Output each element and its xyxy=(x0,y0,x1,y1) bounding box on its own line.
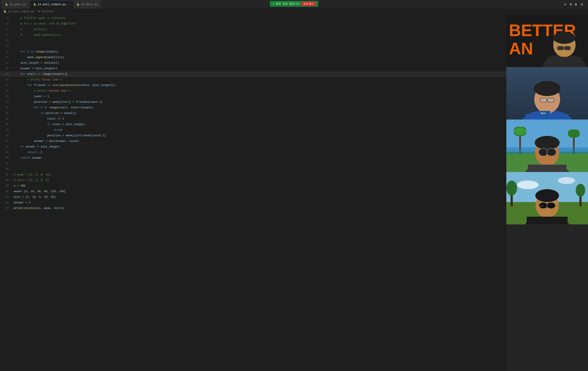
line-num-27: 27 xyxy=(0,116,12,122)
run-icon[interactable]: ▶ xyxy=(575,2,578,6)
line-content-23: count = 1 xyxy=(12,94,506,99)
line-content-28: if count > dist_length: xyxy=(12,122,506,127)
code-line-43: 43 print(solution(n, weak, dist)) xyxy=(0,205,506,211)
video-panel-3 xyxy=(506,119,588,172)
screen-share-text: 화면 공유 중입니다 xyxy=(276,2,299,6)
video-panel-4 xyxy=(506,172,588,224)
line-num-26: 26 xyxy=(0,110,12,116)
line-content-15: for i in range(length): xyxy=(12,49,506,55)
video-1-svg: BETTER AN xyxy=(506,15,588,67)
tab-close-button[interactable]: ✕ xyxy=(68,3,70,6)
code-line-29: 29 break xyxy=(0,127,506,133)
screen-share-banner: ● 화면 공유 중입니다 공유 중지 xyxy=(270,1,318,7)
line-content-11: # print(i) xyxy=(12,27,506,32)
line-content-33: return -1 xyxy=(12,150,506,155)
line-num-14: 14 xyxy=(0,43,12,49)
svg-point-55 xyxy=(535,189,559,202)
line-num-20: 20 xyxy=(0,77,12,83)
code-line-11: 11 # print(i) xyxy=(0,27,506,32)
breadcrumb-file[interactable]: 14_wall_simple.py xyxy=(8,10,34,13)
line-num-31: 31 xyxy=(0,138,12,144)
breadcrumb-sep: > xyxy=(35,10,37,13)
svg-point-41 xyxy=(547,148,556,156)
line-content-43: print(solution(n, weak, dist)) xyxy=(12,205,506,211)
line-num-23: 23 xyxy=(0,94,12,99)
svg-rect-25 xyxy=(526,114,569,119)
line-num-30: 30 xyxy=(0,133,12,138)
code-line-39: 39 n = 200 xyxy=(0,183,506,189)
line-num-43: 43 xyxy=(0,205,12,211)
code-line-19: 19 for start in range(length): xyxy=(0,71,506,77)
svg-rect-9 xyxy=(558,47,563,50)
line-content-27: count += 1 xyxy=(12,116,506,122)
line-content-25: for i in range(start, start+length): xyxy=(12,105,506,110)
tab-label-3: 43_dark.py xyxy=(81,3,98,6)
svg-point-46 xyxy=(558,177,575,184)
stop-share-button[interactable]: 공유 중지 xyxy=(301,2,316,6)
code-line-36: 36 xyxy=(0,166,506,172)
line-num-13: 13 xyxy=(0,38,12,43)
code-line-20: 20 # print('first iter') xyxy=(0,77,506,83)
remote-explorer-icon[interactable]: ⇌ xyxy=(564,2,566,6)
line-num-19: 19 xyxy=(0,71,12,77)
line-content-26: if position < weak[i]: xyxy=(12,110,506,116)
python-icon-3: 🐍 xyxy=(77,3,80,6)
code-line-42: 42 answer = 3 xyxy=(0,200,506,205)
svg-point-51 xyxy=(576,184,585,197)
line-num-40: 40 xyxy=(0,189,12,194)
tab-14-wall[interactable]: 🐍 14_wall_simple.py ✕ xyxy=(30,0,73,9)
line-content-39: n = 200 xyxy=(12,183,506,189)
tab-43-dark[interactable]: 🐍 43_dark.py xyxy=(73,0,101,9)
code-line-34: 34 return answer xyxy=(0,155,506,161)
line-num-15: 15 xyxy=(0,49,12,55)
code-line-16: 16 weak.append(weak[i]+n) xyxy=(0,55,506,60)
line-num-21: 21 xyxy=(0,83,12,88)
python-icon-2: 🐍 xyxy=(33,3,36,6)
code-line-37: 37 # weak = [1, 5, 6, 10] xyxy=(0,172,506,178)
code-line-9: 9 # 주인주스? weak => infinite xyxy=(0,15,506,21)
code-editor[interactable]: 9 # 주인주스? weak => infinite 10 # for i in… xyxy=(0,15,506,371)
svg-point-45 xyxy=(517,180,539,189)
line-num-11: 11 xyxy=(0,27,12,32)
line-num-29: 29 xyxy=(0,127,12,133)
svg-rect-11 xyxy=(547,57,582,67)
line-num-42: 42 xyxy=(0,200,12,205)
svg-text:AN: AN xyxy=(509,39,533,58)
code-line-23: 23 count = 1 xyxy=(0,94,506,99)
line-content-24: position = weak[start] + friends[count-1… xyxy=(12,99,506,105)
code-line-18: 18 answer = dist_length+1 xyxy=(0,66,506,71)
breadcrumb: 🐍 14_wall_simple.py > ⊕ solution xyxy=(0,9,588,15)
line-content-37: # weak = [1, 5, 6, 10] xyxy=(12,172,506,178)
line-content-40: weak= [0, 10, 50, 80, 120, 160] xyxy=(12,189,506,194)
line-content-32: if answer > dist_length: xyxy=(12,144,506,150)
python-icon-1: 🐍 xyxy=(5,3,8,6)
video-3-svg xyxy=(506,119,588,172)
line-content-16: weak.append(weak[i]+n) xyxy=(12,55,506,60)
code-line-31: 31 answer = min(answer, count) xyxy=(0,138,506,144)
line-num-17: 17 xyxy=(0,60,12,66)
line-num-38: 38 xyxy=(0,178,12,183)
breadcrumb-section-icon: ⊕ xyxy=(39,10,40,13)
layout-icon[interactable]: ⊞ xyxy=(570,2,572,6)
line-content-10: # for i in weak: 이게 왜 안돌아가지? xyxy=(12,21,506,27)
svg-point-49 xyxy=(506,180,517,196)
line-num-18: 18 xyxy=(0,66,12,71)
titlebar: 🐍 42_gate.py 🐍 14_wall_simple.py ✕ 🐍 43_… xyxy=(0,0,588,9)
line-num-12: 12 xyxy=(0,32,12,38)
line-content-22: # print('second iter') xyxy=(12,88,506,94)
line-content-17: dist_length = len(dist) xyxy=(12,60,506,66)
code-line-32: 32 if answer > dist_length: xyxy=(0,144,506,150)
line-content-38: # dist = [1, 2, 3, 4] xyxy=(12,178,506,183)
svg-point-5 xyxy=(553,32,576,44)
line-content-20: # print('first iter') xyxy=(12,77,506,83)
svg-point-39 xyxy=(535,136,560,150)
split-editor-icon[interactable]: ⊟ xyxy=(581,2,583,6)
line-num-28: 28 xyxy=(0,122,12,127)
code-line-15: 15 for i in range(length): xyxy=(0,49,506,55)
code-line-25: 25 for i in range(start, start+length): xyxy=(0,105,506,110)
line-content-19: for start in range(length): xyxy=(12,71,506,77)
tab-label-1: 42_gate.py xyxy=(10,3,26,6)
line-num-33: 33 xyxy=(0,150,12,155)
line-num-39: 39 xyxy=(0,183,12,189)
tab-42-gate[interactable]: 🐍 42_gate.py xyxy=(2,0,30,9)
